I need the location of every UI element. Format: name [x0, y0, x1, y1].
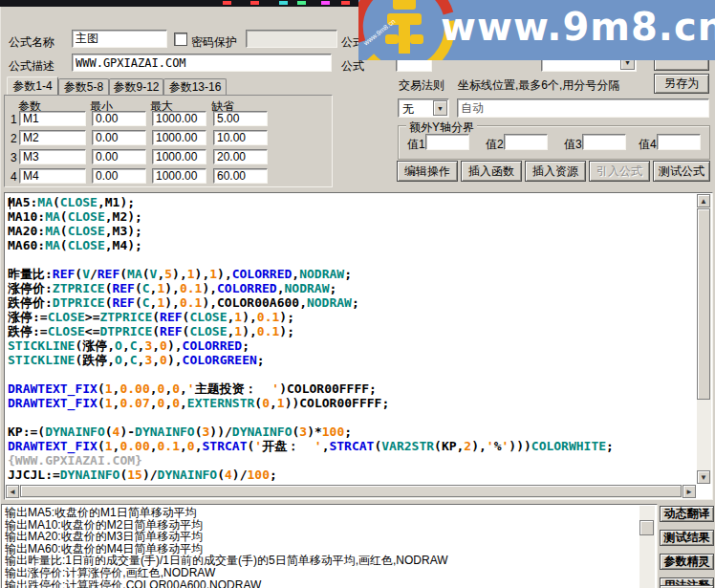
side-button-2[interactable]: 测试结果 [660, 530, 714, 546]
code-line[interactable]: 涨停:=CLOSE>=ZTPRICE(REF(CLOSE,1),0.1); [8, 310, 696, 324]
action-button-2[interactable]: 插入函数 [461, 161, 522, 182]
password-protect-checkbox[interactable] [174, 33, 187, 46]
param-name-input[interactable] [19, 111, 86, 126]
code-vscroll-thumb[interactable] [697, 208, 710, 400]
y-value-label: 值1 [407, 137, 425, 153]
code-line[interactable]: JJCJL:=DYNAINFO(15)/DYNAINFO(4)/100; [8, 468, 696, 482]
formula-name-input[interactable] [72, 30, 167, 48]
formula-desc-label: 公式描述 [9, 58, 54, 75]
scroll-right-icon[interactable]: ► [682, 485, 696, 498]
code-line[interactable] [8, 410, 696, 425]
output-vertical-scrollbar[interactable] [639, 506, 655, 588]
scroll-left-icon[interactable]: ◄ [6, 485, 19, 498]
dialog-body: 公式名称 密码保护 公式 公式描述 公式 ▼ 参数1-4参数5-8参数9-12参… [0, 7, 715, 588]
password-protect-label: 密码保护 [191, 34, 237, 51]
y-value-input-2[interactable] [504, 134, 548, 150]
tab-参数5-8[interactable]: 参数5-8 [58, 78, 109, 95]
code-editor[interactable]: MA5:MA(CLOSE,M1);MA10:MA(CLOSE,M2);MA20:… [4, 192, 713, 500]
code-line[interactable]: 昨量比:REF(V/REF(MA(V,5),1),1),COLORRED,NOD… [8, 267, 696, 281]
side-button-3[interactable]: 参数精灵 [660, 554, 714, 570]
side-button-1[interactable]: 动态翻译 [660, 506, 714, 522]
chart-tick-dash [279, 1, 288, 5]
trade-rule-label: 交易法则 [399, 77, 444, 94]
code-line[interactable]: DRAWTEXT_FIX(1,0.00,0.1,0,STRCAT('开盘： ',… [8, 439, 696, 453]
code-line[interactable]: MA10:MA(CLOSE,M2); [8, 209, 696, 224]
save-as-button[interactable]: 另存为 [654, 74, 709, 94]
output-lines: 输出MA5:收盘价的M1日简单移动平均输出MA10:收盘价的M2日简单移动平均输… [5, 507, 638, 588]
code-line[interactable] [8, 367, 696, 381]
code-horizontal-scrollbar[interactable]: ◄ ► [6, 485, 696, 498]
code-vertical-scrollbar[interactable]: ▲ ▼ [697, 194, 711, 484]
code-editor-lines[interactable]: MA5:MA(CLOSE,M1);MA10:MA(CLOSE,M2);MA20:… [8, 195, 696, 484]
tab-参数1-4[interactable]: 参数1-4 [7, 76, 58, 95]
coord-line-input[interactable] [457, 98, 709, 118]
y-value-input-3[interactable] [582, 134, 626, 150]
code-line[interactable] [8, 252, 696, 267]
y-value-label: 值4 [639, 137, 657, 153]
action-button-3[interactable]: 插入资源 [525, 161, 586, 182]
code-line[interactable]: DRAWTEXT_FIX(1,0.00,0,0,'主题投资： ')COLOR00… [8, 381, 696, 396]
y-value-label: 值3 [564, 137, 582, 153]
output-panel: 输出MA5:收盘价的M1日简单移动平均输出MA10:收盘价的M2日简单移动平均输… [1, 504, 658, 588]
side-buttons: 动态翻译测试结果参数精灵用法注释 [660, 497, 715, 588]
trade-rule-dropdown-value: 无 [402, 101, 414, 118]
watermark-text: www.9m8.cn [441, 5, 715, 49]
output-line: 输出MA20:收盘价的M3日简单移动平均 [5, 531, 638, 543]
chart-tick-dash [341, 1, 350, 5]
code-line[interactable]: MA60:MA(CLOSE,M4); [8, 238, 696, 252]
extra-y-axis-group: 额外Y轴分界 值1值2值3值4 [398, 125, 710, 160]
action-button-5[interactable]: 测试公式 [653, 161, 710, 182]
tab-参数13-16[interactable]: 参数13-16 [163, 78, 227, 95]
param-tab-bar: 参数1-4参数5-8参数9-12参数13-16 [1, 78, 336, 96]
code-hscroll-thumb[interactable] [20, 485, 682, 497]
output-line: 输出MA5:收盘价的M1日简单移动平均 [5, 507, 638, 519]
code-line[interactable]: MA20:MA(CLOSE,M3); [8, 224, 696, 238]
param-row-index: 1 [11, 113, 17, 126]
action-button-1[interactable]: 编辑操作 [397, 161, 458, 182]
trade-rule-dropdown[interactable]: 无 ▼ [398, 98, 449, 118]
scroll-up-icon[interactable]: ▲ [697, 194, 710, 207]
code-line[interactable]: KP:=(DYNAINFO(4)-DYNAINFO(3))/DYNAINFO(3… [8, 425, 696, 439]
y-value-label: 值2 [486, 137, 504, 153]
indicator-formula-editor-window: 指标公式编辑器 公式名称 密码保护 公式 公式描述 公式 ▼ 参数1-4参数5-… [0, 0, 715, 588]
code-line[interactable]: DRAWTEXT_FIX(1,0.07,0,0,EXTERNSTR(0,1))C… [8, 396, 696, 410]
scroll-down-icon[interactable]: ▼ [697, 470, 710, 484]
formula-desc-input[interactable] [72, 54, 332, 72]
code-line[interactable]: 涨停价:ZTPRICE(REF(C,1),0.1),COLORRED,NODRA… [8, 281, 696, 295]
output-line: 输出涨停价:计算涨停价,画红色,NODRAW [5, 567, 638, 579]
password-input [246, 30, 337, 48]
watermark-banner: www.9m8.cn www.9m8.cn [358, 0, 715, 60]
chart-tick-dash [250, 1, 259, 5]
chevron-down-icon[interactable]: ▼ [433, 100, 447, 116]
y-value-input-4[interactable] [657, 134, 701, 150]
param-min-input[interactable] [92, 111, 146, 126]
code-line[interactable]: STICKLINE(跌停,O,C,3,0),COLORGREEN; [8, 353, 696, 367]
chart-tick-dash [223, 1, 231, 5]
action-button-4: 引入公式 [589, 161, 650, 182]
y-value-input-1[interactable] [425, 134, 469, 150]
code-line[interactable]: {WWW.GPXIAZAI.COM} [8, 453, 696, 468]
formula-name-label: 公式名称 [9, 34, 54, 51]
code-line[interactable]: 跌停价:DTPRICE(REF(C,1),0.1),COLOR00A600,NO… [8, 295, 696, 310]
text-caret [10, 197, 11, 209]
code-line[interactable]: 跌停:=CLOSE<=DTPRICE(REF(CLOSE,1),0.1); [8, 324, 696, 338]
param-max-input[interactable] [152, 111, 206, 126]
tab-参数9-12[interactable]: 参数9-12 [109, 78, 163, 95]
param-name-input[interactable] [19, 130, 86, 145]
param-max-input[interactable] [152, 130, 206, 145]
code-line[interactable]: MA5:MA(CLOSE,M1); [8, 195, 696, 209]
coord-line-label: 坐标线位置,最多6个,用分号分隔 [458, 77, 619, 94]
param-default-input[interactable] [213, 130, 268, 145]
code-line[interactable]: STICKLINE(涨停,O,C,3,0),COLORRED; [8, 338, 696, 353]
chart-tick-dash [297, 1, 306, 5]
output-line: 输出跌停价:计算跌停价,COLOR00A600,NODRAW [5, 579, 638, 588]
param-min-input[interactable] [92, 130, 146, 145]
param-row-index: 2 [11, 132, 17, 145]
output-vscroll-thumb[interactable] [639, 520, 654, 535]
partial-label-row2: 公式 [341, 58, 364, 75]
chart-tick-dash [321, 1, 330, 5]
param-default-input[interactable] [213, 111, 268, 126]
action-buttons: 编辑操作插入函数插入资源引入公式测试公式 [1, 161, 715, 184]
